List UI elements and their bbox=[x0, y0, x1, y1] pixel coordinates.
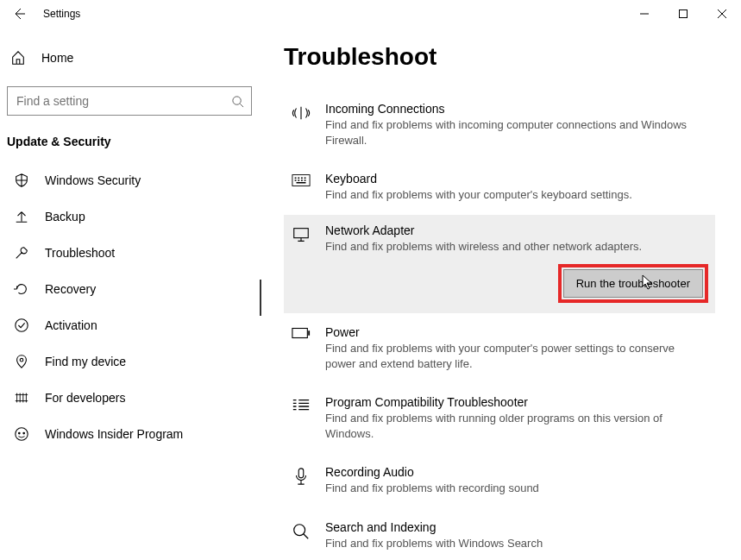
compatibility-icon bbox=[291, 395, 311, 441]
troubleshoot-item-title: Incoming Connections bbox=[325, 102, 703, 116]
shield-icon bbox=[14, 173, 29, 188]
sidebar-item-backup[interactable]: Backup bbox=[7, 198, 254, 235]
troubleshoot-item-title: Program Compatibility Troubleshooter bbox=[325, 395, 703, 409]
troubleshoot-item-network-adapter[interactable]: Network Adapter Find and fix problems wi… bbox=[284, 215, 715, 314]
activation-icon bbox=[14, 318, 29, 333]
sidebar-item-label: Backup bbox=[45, 210, 85, 223]
power-icon bbox=[291, 325, 311, 371]
svg-rect-9 bbox=[292, 329, 307, 338]
sidebar-item-label: Activation bbox=[45, 318, 97, 332]
sidebar-home-label: Home bbox=[41, 51, 73, 65]
sidebar-item-windows-security[interactable]: Windows Security bbox=[7, 162, 254, 198]
svg-point-6 bbox=[22, 432, 25, 435]
incoming-connections-icon bbox=[291, 102, 311, 148]
svg-point-2 bbox=[16, 319, 28, 331]
run-button-label: Run the troubleshooter bbox=[576, 277, 690, 290]
sidebar-item-label: Troubleshoot bbox=[45, 246, 115, 260]
svg-point-5 bbox=[18, 432, 21, 435]
sidebar-item-label: Windows Security bbox=[45, 173, 141, 187]
location-icon bbox=[14, 354, 29, 369]
sidebar-item-recovery[interactable]: Recovery bbox=[7, 271, 254, 307]
minimize-button[interactable] bbox=[625, 0, 663, 28]
sidebar-item-activation[interactable]: Activation bbox=[7, 307, 254, 343]
search-input[interactable] bbox=[8, 94, 223, 108]
search-input-wrapper[interactable] bbox=[7, 86, 252, 116]
developers-icon bbox=[14, 390, 29, 406]
troubleshoot-item-desc: Find and fix problems with wireless and … bbox=[325, 239, 642, 255]
sidebar-item-windows-insider[interactable]: Windows Insider Program bbox=[7, 416, 254, 452]
home-icon bbox=[10, 50, 26, 66]
run-troubleshooter-button[interactable]: Run the troubleshooter bbox=[563, 269, 703, 298]
troubleshoot-item-desc: Find and fix problems with your computer… bbox=[325, 187, 632, 203]
svg-point-4 bbox=[16, 428, 28, 440]
network-adapter-icon bbox=[291, 223, 311, 255]
troubleshoot-item-title: Network Adapter bbox=[325, 223, 642, 237]
close-button[interactable] bbox=[702, 0, 741, 28]
svg-point-3 bbox=[20, 358, 23, 362]
troubleshoot-item-title: Power bbox=[325, 325, 703, 339]
sidebar-item-troubleshoot[interactable]: Troubleshoot bbox=[7, 235, 254, 271]
recovery-icon bbox=[14, 281, 29, 297]
svg-point-1 bbox=[232, 96, 240, 104]
backup-icon bbox=[14, 209, 29, 224]
insider-icon bbox=[14, 426, 29, 442]
troubleshoot-item-keyboard[interactable]: Keyboard Find and fix problems with your… bbox=[284, 160, 715, 215]
window-title: Settings bbox=[43, 8, 80, 20]
troubleshoot-item-desc: Find and fix problems with running older… bbox=[325, 411, 703, 441]
troubleshoot-item-program-compatibility[interactable]: Program Compatibility Troubleshooter Fin… bbox=[284, 383, 715, 453]
svg-rect-0 bbox=[679, 10, 687, 18]
troubleshoot-item-power[interactable]: Power Find and fix problems with your co… bbox=[284, 313, 715, 383]
svg-rect-11 bbox=[298, 469, 304, 478]
sidebar-item-for-developers[interactable]: For developers bbox=[7, 380, 254, 416]
maximize-button[interactable] bbox=[663, 0, 702, 28]
troubleshoot-item-title: Search and Indexing bbox=[325, 520, 543, 534]
wrench-icon bbox=[14, 245, 29, 261]
troubleshoot-item-search-indexing[interactable]: Search and Indexing Find and fix problem… bbox=[284, 508, 715, 560]
svg-point-12 bbox=[294, 525, 305, 536]
svg-rect-8 bbox=[294, 228, 309, 237]
sidebar-item-label: Find my device bbox=[45, 355, 126, 368]
sidebar-item-find-my-device[interactable]: Find my device bbox=[7, 343, 254, 380]
troubleshoot-item-title: Recording Audio bbox=[325, 465, 539, 479]
troubleshoot-item-desc: Find and fix problems with Windows Searc… bbox=[325, 536, 543, 551]
sidebar-home[interactable]: Home bbox=[7, 43, 254, 72]
sidebar-section-title: Update & Security bbox=[7, 135, 254, 162]
keyboard-icon bbox=[291, 172, 311, 203]
cursor-icon bbox=[642, 274, 654, 290]
sidebar-item-label: Windows Insider Program bbox=[45, 427, 183, 441]
page-title: Troubleshoot bbox=[284, 43, 715, 71]
troubleshoot-item-recording-audio[interactable]: Recording Audio Find and fix problems wi… bbox=[284, 453, 715, 508]
sidebar-item-label: Recovery bbox=[45, 282, 96, 296]
sidebar-item-label: For developers bbox=[45, 391, 125, 405]
search-icon bbox=[223, 95, 251, 108]
search-icon bbox=[291, 520, 311, 551]
microphone-icon bbox=[291, 465, 311, 496]
back-button[interactable] bbox=[10, 5, 28, 22]
troubleshoot-item-incoming-connections[interactable]: Incoming Connections Find and fix proble… bbox=[284, 90, 715, 160]
troubleshoot-item-desc: Find and fix problems with your computer… bbox=[325, 341, 703, 371]
troubleshoot-item-title: Keyboard bbox=[325, 172, 632, 186]
troubleshoot-item-desc: Find and fix problems with recording sou… bbox=[325, 481, 539, 496]
svg-rect-10 bbox=[308, 330, 310, 336]
scroll-indicator[interactable] bbox=[260, 280, 261, 316]
troubleshoot-item-desc: Find and fix problems with incoming comp… bbox=[325, 117, 703, 148]
